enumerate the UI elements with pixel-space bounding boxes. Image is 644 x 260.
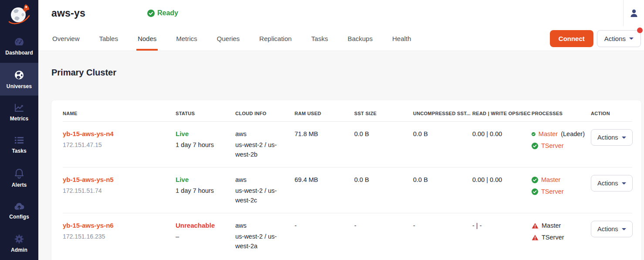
sidebar-item-configs[interactable]: Configs: [0, 194, 38, 227]
col-header-status: STATUS: [176, 111, 235, 116]
table-row: yb-15-aws-ys-n5 172.151.51.74 Live 1 day…: [63, 167, 632, 213]
row-actions-button[interactable]: Actions: [591, 221, 633, 237]
ram-used-value: 71.8 MB: [295, 129, 354, 139]
cloud-region-zone: us-west-2 / us-west-2b: [235, 140, 288, 159]
cloud-region-zone: us-west-2 / us-west-2c: [235, 186, 288, 205]
check-circle-icon: [147, 10, 155, 17]
tab-nodes[interactable]: Nodes: [138, 26, 156, 51]
node-uptime: –: [176, 232, 229, 241]
cloud-upload-icon: [13, 202, 25, 211]
process-tserver-label: TServer: [542, 233, 564, 242]
sidebar-item-label: Alerts: [12, 182, 27, 188]
header-action-buttons: Connect Actions: [550, 30, 641, 47]
node-ip: 172.151.47.15: [63, 140, 169, 150]
process-master-link[interactable]: Master: [541, 175, 560, 185]
sidebar-item-admin[interactable]: Admin: [0, 227, 38, 260]
section-title: Primary Cluster: [51, 68, 644, 78]
uncompressed-sst-value: -: [413, 221, 472, 230]
uncompressed-sst-value: 0.0 B: [413, 175, 472, 185]
node-ip: 172.151.16.235: [63, 232, 169, 241]
sidebar-item-metrics[interactable]: Metrics: [0, 96, 38, 128]
node-name-link[interactable]: yb-15-aws-ys-n5: [63, 176, 114, 183]
tab-backups[interactable]: Backups: [348, 26, 373, 51]
sidebar-item-tasks[interactable]: Tasks: [0, 129, 38, 161]
user-menu[interactable]: [623, 0, 644, 26]
chevron-down-icon: [629, 38, 634, 40]
sst-size-value: 0.0 B: [354, 175, 413, 185]
process-master-label: Master: [542, 221, 561, 230]
process-master-link[interactable]: Master: [539, 129, 558, 139]
tab-queries[interactable]: Queries: [217, 26, 240, 51]
warning-triangle-icon: [532, 222, 539, 229]
top-bar: aws-ys Ready: [38, 0, 644, 26]
process-tserver-link[interactable]: TServer: [541, 141, 564, 151]
col-header-uncompressed-sst: UNCOMPRESSED SST...: [413, 111, 472, 116]
col-header-action: ACTION: [591, 111, 632, 116]
planet-rocket-logo-icon: [7, 3, 32, 26]
cloud-region-zone: us-west-2 / us-west-2a: [235, 232, 288, 251]
check-circle-icon: [532, 177, 538, 183]
processes-cell: Master TServer: [532, 221, 591, 242]
sst-size-value: -: [354, 221, 413, 230]
sidebar-item-universes[interactable]: Universes: [0, 63, 38, 96]
gauge-icon: [14, 37, 25, 47]
node-status: Live: [176, 175, 229, 185]
sidebar-item-dashboard[interactable]: Dashboard: [0, 30, 38, 63]
process-master-extra: (Leader): [561, 129, 585, 139]
connect-button[interactable]: Connect: [550, 30, 593, 47]
tab-tasks[interactable]: Tasks: [311, 26, 328, 51]
col-header-cloud-info: CLOUD INFO: [235, 111, 295, 116]
node-uptime: 1 day 7 hours: [176, 140, 229, 150]
bell-icon: [14, 168, 24, 179]
sidebar-item-alerts[interactable]: Alerts: [0, 161, 38, 194]
sidebar-item-label: Metrics: [10, 116, 29, 122]
tab-tables[interactable]: Tables: [99, 26, 118, 51]
processes-cell: Master (Leader) TServer: [532, 129, 591, 151]
tab-bar: Overview Tables Nodes Metrics Queries Re…: [38, 26, 644, 51]
col-header-processes: PROCESSES: [532, 111, 591, 116]
cloud-provider: aws: [235, 175, 288, 185]
tab-overview[interactable]: Overview: [52, 26, 80, 51]
process-tserver-link[interactable]: TServer: [541, 187, 564, 196]
universe-title: aws-ys: [51, 7, 85, 19]
universe-actions-button[interactable]: Actions: [597, 30, 641, 47]
table-row: yb-15-aws-ys-n4 172.151.47.15 Live 1 day…: [63, 121, 632, 167]
content-area: Primary Cluster NAME STATUS CLOUD INFO R…: [38, 51, 644, 260]
ram-used-value: -: [295, 221, 354, 230]
col-header-name: NAME: [63, 111, 176, 116]
row-actions-button[interactable]: Actions: [591, 175, 633, 192]
processes-cell: Master TServer: [532, 175, 591, 196]
node-status: Live: [176, 129, 229, 139]
table-header-row: NAME STATUS CLOUD INFO RAM USED SST SIZE…: [63, 100, 632, 121]
cloud-provider: aws: [235, 129, 288, 139]
row-actions-button[interactable]: Actions: [591, 129, 633, 146]
sidebar-item-label: Admin: [11, 247, 27, 253]
node-name-link[interactable]: yb-15-aws-ys-n6: [63, 222, 114, 229]
tab-metrics[interactable]: Metrics: [176, 26, 197, 51]
tab-health[interactable]: Health: [392, 26, 411, 51]
list-icon: [14, 136, 25, 145]
sidebar-item-label: Dashboard: [5, 50, 33, 56]
tab-replication[interactable]: Replication: [259, 26, 291, 51]
sst-size-value: 0.0 B: [354, 129, 413, 139]
sidebar-item-label: Configs: [9, 214, 29, 220]
notification-dot: [637, 27, 643, 33]
cloud-provider: aws: [235, 221, 288, 230]
uncompressed-sst-value: 0.0 B: [413, 129, 472, 139]
gear-icon: [14, 234, 24, 244]
node-name-link[interactable]: yb-15-aws-ys-n4: [63, 130, 114, 137]
node-status: Unreachable: [176, 221, 229, 230]
chevron-down-icon: [622, 137, 626, 139]
app-logo[interactable]: [0, 0, 38, 30]
col-header-ram-used: RAM USED: [295, 111, 354, 116]
sidebar-item-label: Universes: [7, 83, 32, 89]
nodes-table-card: NAME STATUS CLOUD INFO RAM USED SST SIZE…: [51, 100, 641, 260]
node-uptime: 1 day 7 hours: [176, 186, 229, 195]
node-ip: 172.151.51.74: [63, 186, 169, 195]
ram-used-value: 69.4 MB: [295, 175, 354, 185]
table-row: yb-15-aws-ys-n6 172.151.16.235 Unreachab…: [63, 213, 632, 259]
universe-status-label: Ready: [157, 9, 178, 17]
main-column: aws-ys Ready Overview Tables Nodes Metri…: [38, 0, 644, 260]
warning-triangle-icon: [532, 234, 539, 241]
sidebar-item-label: Tasks: [12, 148, 27, 154]
